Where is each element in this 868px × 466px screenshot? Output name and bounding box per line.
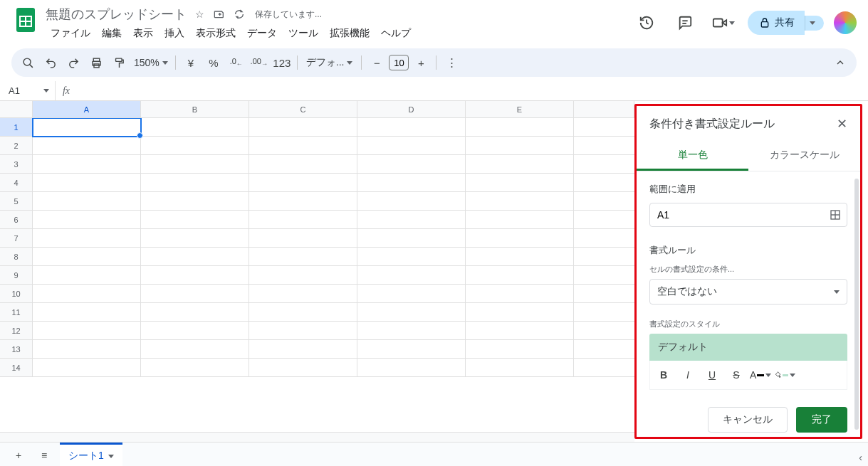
row-header[interactable]: 8 <box>0 248 33 266</box>
fill-color-button[interactable] <box>774 365 795 385</box>
text-color-button[interactable]: A <box>750 365 771 385</box>
cell[interactable] <box>466 211 574 229</box>
cell[interactable] <box>357 155 466 174</box>
search-icon[interactable] <box>17 53 38 73</box>
cell[interactable] <box>141 229 249 248</box>
cell[interactable] <box>141 248 249 266</box>
zoom-select[interactable]: 150% <box>131 57 171 68</box>
cell[interactable] <box>33 192 141 211</box>
comments-icon[interactable] <box>671 9 699 37</box>
cell[interactable] <box>141 285 249 303</box>
cell[interactable] <box>249 322 357 340</box>
column-header[interactable]: D <box>357 101 466 118</box>
strikethrough-button[interactable]: S <box>726 365 747 385</box>
cell[interactable] <box>141 266 249 285</box>
row-header[interactable]: 1 <box>0 118 33 137</box>
cell[interactable] <box>33 285 141 303</box>
formula-input[interactable] <box>77 81 868 100</box>
row-header[interactable]: 4 <box>0 174 33 192</box>
menu-表示形式[interactable]: 表示形式 <box>191 24 241 43</box>
column-header[interactable]: A <box>33 101 141 118</box>
grid-select-icon[interactable] <box>824 209 847 221</box>
cell[interactable] <box>466 340 574 359</box>
tab-single-color[interactable]: 単一色 <box>637 142 748 171</box>
done-button[interactable]: 完了 <box>796 407 847 433</box>
underline-button[interactable]: U <box>701 365 723 385</box>
cell[interactable] <box>357 285 466 303</box>
cell[interactable] <box>466 229 574 248</box>
sheet-menu-icon[interactable] <box>108 455 114 458</box>
star-icon[interactable]: ☆ <box>192 7 206 21</box>
cell[interactable] <box>33 303 141 322</box>
cell[interactable] <box>33 340 141 359</box>
column-header[interactable]: C <box>249 101 357 118</box>
cell[interactable] <box>466 174 574 192</box>
sheets-logo[interactable] <box>11 6 40 34</box>
cell[interactable] <box>141 359 249 377</box>
cell[interactable] <box>141 303 249 322</box>
font-select[interactable]: デフォ... <box>302 56 357 69</box>
increase-font-size-button[interactable]: + <box>410 53 432 73</box>
doc-title[interactable]: 無題のスプレッドシート <box>46 6 187 23</box>
range-input[interactable] <box>650 203 824 226</box>
cell[interactable] <box>249 137 357 155</box>
more-toolbar-icon[interactable]: ⋮ <box>441 53 462 73</box>
cell[interactable] <box>249 118 357 137</box>
history-icon[interactable] <box>632 9 661 37</box>
cell[interactable] <box>466 322 574 340</box>
row-header[interactable]: 2 <box>0 137 33 155</box>
tab-color-scale[interactable]: カラースケール <box>748 142 860 171</box>
redo-icon[interactable] <box>63 53 84 73</box>
cell[interactable] <box>357 340 466 359</box>
cell[interactable] <box>33 174 141 192</box>
cell[interactable] <box>466 118 574 137</box>
cell[interactable] <box>33 266 141 285</box>
name-box[interactable]: A1 <box>0 81 56 100</box>
menu-表示[interactable]: 表示 <box>128 24 158 43</box>
cloud-status-icon[interactable] <box>232 7 246 21</box>
cell[interactable] <box>357 211 466 229</box>
cell[interactable] <box>357 174 466 192</box>
cancel-button[interactable]: キャンセル <box>708 407 788 433</box>
cell[interactable] <box>466 359 574 377</box>
cell[interactable] <box>249 359 357 377</box>
cell[interactable] <box>33 211 141 229</box>
cell[interactable] <box>141 137 249 155</box>
row-header[interactable]: 9 <box>0 266 33 285</box>
row-header[interactable]: 5 <box>0 192 33 211</box>
menu-ヘルプ[interactable]: ヘルプ <box>376 24 416 43</box>
row-header[interactable]: 7 <box>0 229 33 248</box>
cell[interactable] <box>141 192 249 211</box>
print-icon[interactable] <box>85 53 107 73</box>
expand-side-panel-icon[interactable]: ‹ <box>859 452 862 463</box>
row-header[interactable]: 13 <box>0 340 33 359</box>
cell[interactable] <box>357 266 466 285</box>
row-header[interactable]: 14 <box>0 359 33 377</box>
number-format-button[interactable]: 123 <box>271 53 293 73</box>
menu-データ[interactable]: データ <box>242 24 282 43</box>
cell[interactable] <box>249 229 357 248</box>
cell[interactable] <box>141 340 249 359</box>
cell[interactable] <box>466 155 574 174</box>
account-avatar[interactable] <box>834 11 857 34</box>
menu-ツール[interactable]: ツール <box>283 24 323 43</box>
menu-編集[interactable]: 編集 <box>97 24 127 43</box>
increase-decimal-button[interactable]: .00→ <box>249 53 270 73</box>
select-all-corner[interactable] <box>0 101 33 118</box>
cell[interactable] <box>249 211 357 229</box>
share-dropdown[interactable] <box>805 16 824 31</box>
cell[interactable] <box>33 118 141 137</box>
cell[interactable] <box>357 137 466 155</box>
collapse-toolbar-icon[interactable] <box>830 53 851 73</box>
cell[interactable] <box>249 266 357 285</box>
column-header[interactable]: B <box>141 101 249 118</box>
cell[interactable] <box>466 285 574 303</box>
cell[interactable] <box>357 359 466 377</box>
cell[interactable] <box>357 229 466 248</box>
all-sheets-button[interactable]: ≡ <box>34 445 54 465</box>
cell[interactable] <box>33 155 141 174</box>
bold-button[interactable]: B <box>653 365 674 385</box>
percent-button[interactable]: % <box>203 53 224 73</box>
cell[interactable] <box>249 174 357 192</box>
cell[interactable] <box>357 303 466 322</box>
